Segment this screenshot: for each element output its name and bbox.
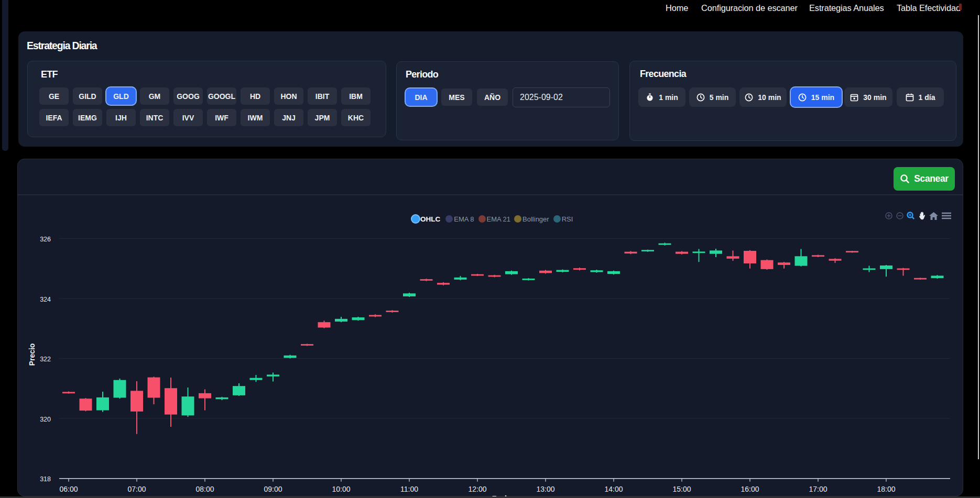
svg-text:324: 324: [40, 296, 51, 303]
svg-text:10:00: 10:00: [332, 485, 350, 493]
svg-text:15:00: 15:00: [672, 485, 691, 493]
svg-text:326: 326: [40, 236, 51, 243]
svg-text:Precio: Precio: [28, 344, 36, 366]
svg-text:17:00: 17:00: [809, 485, 827, 493]
svg-text:14:00: 14:00: [604, 485, 623, 493]
svg-text:06:00: 06:00: [59, 485, 78, 493]
svg-text:08:00: 08:00: [195, 485, 214, 493]
svg-text:16:00: 16:00: [741, 485, 759, 493]
svg-text:11:00: 11:00: [400, 485, 418, 493]
svg-text:13:00: 13:00: [536, 485, 554, 493]
svg-text:07:00: 07:00: [127, 485, 146, 493]
svg-text:322: 322: [40, 356, 51, 363]
svg-text:320: 320: [40, 416, 51, 423]
svg-text:318: 318: [40, 475, 51, 483]
svg-text:09:00: 09:00: [264, 485, 282, 493]
svg-text:18:00: 18:00: [877, 485, 895, 493]
svg-text:12:00: 12:00: [468, 485, 486, 493]
